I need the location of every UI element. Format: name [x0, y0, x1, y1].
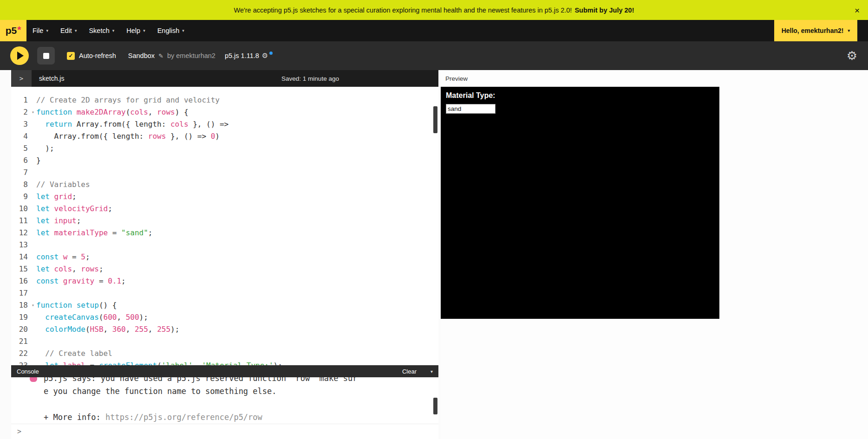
code-line[interactable]: 4 Array.from({ length: rows }, () => 0) — [11, 130, 438, 142]
code-line[interactable]: 9let grid; — [11, 191, 438, 203]
play-icon — [17, 52, 24, 60]
menu-file[interactable]: File▾ — [26, 20, 54, 41]
console-line: p5.js says: you have used a p5.js reserv… — [30, 377, 438, 385]
chevron-down-icon: ▾ — [143, 28, 145, 33]
logo-asterisk-icon: * — [17, 24, 21, 35]
menu-help[interactable]: Help▾ — [120, 20, 151, 41]
editor-scrollbar[interactable] — [433, 106, 437, 133]
user-greeting: Hello, emekturhan2! — [782, 27, 844, 34]
console-line — [30, 398, 438, 411]
code-line[interactable]: 16const gravity = 0.1; — [11, 275, 438, 287]
code-line[interactable]: 20 colorMode(HSB, 360, 255, 255); — [11, 323, 438, 336]
line-number: 2▾ — [11, 106, 36, 118]
stop-button[interactable] — [37, 47, 55, 65]
editor-panel: > sketch.js Saved: 1 minute ago 1// Crea… — [11, 70, 438, 439]
fold-arrow-icon[interactable]: ▾ — [32, 106, 34, 118]
code-text: function setup() { — [36, 299, 117, 311]
line-number: 11 — [11, 215, 36, 227]
banner-cta[interactable]: Submit by July 20! — [574, 6, 634, 14]
code-text: createCanvas(600, 500); — [36, 311, 148, 323]
console-text: p5.js says: you have used a p5.js reserv… — [44, 377, 358, 383]
console-clear-button[interactable]: Clear — [402, 368, 417, 375]
code-line[interactable]: 23 let label = createElement('label', 'M… — [11, 360, 438, 365]
banner-close-icon[interactable]: × — [855, 6, 860, 14]
project-name[interactable]: Sandbox — [128, 52, 155, 59]
fold-arrow-icon[interactable]: ▾ — [32, 299, 34, 311]
project-author[interactable]: by emekturhan2 — [167, 52, 215, 59]
material-type-input[interactable] — [446, 104, 496, 114]
code-text: let grid; — [36, 191, 77, 203]
line-number: 10 — [11, 203, 36, 215]
line-number: 6 — [11, 155, 36, 167]
code-editor[interactable]: 1// Create 2D arrays for grid and veloci… — [11, 87, 438, 365]
menu-edit[interactable]: Edit▾ — [54, 20, 83, 41]
material-type-label: Material Type: — [446, 91, 495, 100]
code-line[interactable]: 21 — [11, 336, 438, 348]
code-line[interactable]: 2▾function make2DArray(cols, rows) { — [11, 106, 438, 118]
settings-gear-icon[interactable]: ⚙ — [847, 50, 857, 62]
edit-name-pencil-icon[interactable]: ✎ — [158, 52, 163, 59]
code-line[interactable]: 14const w = 5; — [11, 251, 438, 263]
code-line[interactable]: 5 ); — [11, 142, 438, 155]
version-gear-icon[interactable]: ⚙ — [262, 52, 268, 60]
preview-panel: Preview Material Type: — [441, 70, 868, 439]
p5-canvas[interactable]: Material Type: — [441, 87, 719, 319]
console-link[interactable]: https://p5js.org/reference/p5/row — [105, 413, 262, 422]
line-number: 19 — [11, 311, 36, 323]
code-text: let materialType = "sand"; — [36, 227, 152, 239]
console-header: Console Clear ▾ — [11, 365, 438, 377]
line-number: 4 — [11, 130, 36, 142]
code-line[interactable]: 10let velocityGrid; — [11, 203, 438, 215]
p5-logo[interactable]: p5* — [0, 20, 26, 41]
auto-refresh-label: Auto-refresh — [79, 52, 116, 59]
p5-version: p5.js 1.11.8 ⚙ — [225, 52, 274, 60]
menu-sketch[interactable]: Sketch▾ — [83, 20, 120, 41]
menu-language[interactable]: English▾ — [151, 20, 190, 41]
console-text: e you change the function name to someth… — [44, 387, 277, 396]
auto-refresh-toggle[interactable]: ✓ Auto-refresh — [67, 52, 116, 60]
play-button[interactable] — [10, 46, 29, 65]
code-line[interactable]: 19 createCanvas(600, 500); — [11, 311, 438, 323]
line-number: 1 — [11, 94, 36, 106]
code-line[interactable]: 12let materialType = "sand"; — [11, 227, 438, 239]
editor-header: > sketch.js Saved: 1 minute ago — [11, 70, 438, 87]
code-line[interactable]: 6} — [11, 155, 438, 167]
code-line[interactable]: 1// Create 2D arrays for grid and veloci… — [11, 94, 438, 106]
line-number: 20 — [11, 323, 36, 336]
console-prompt[interactable]: > — [11, 424, 438, 439]
chevron-down-icon: ▾ — [46, 28, 48, 33]
code-line[interactable]: 17 — [11, 287, 438, 299]
code-text: let label = createElement('label', 'Mate… — [36, 360, 282, 365]
console-output[interactable]: p5.js says: you have used a p5.js reserv… — [11, 377, 438, 424]
prompt-icon: > — [17, 427, 21, 436]
console-lines: p5.js says: you have used a p5.js reserv… — [30, 377, 438, 424]
code-text: const gravity = 0.1; — [36, 275, 126, 287]
checkbox-checked-icon[interactable]: ✓ — [67, 52, 75, 60]
main-nav: p5* File▾ Edit▾ Sketch▾ Help▾ English▾ H… — [0, 20, 868, 41]
code-text: colorMode(HSB, 360, 255, 255); — [36, 323, 179, 336]
code-line[interactable]: 7 — [11, 167, 438, 179]
p5-version-label[interactable]: p5.js 1.11.8 — [225, 52, 259, 59]
code-text: // Create 2D arrays for grid and velocit… — [36, 94, 220, 106]
tab-sketch-js[interactable]: sketch.js — [32, 70, 72, 87]
code-text: const w = 5; — [36, 251, 90, 263]
code-line[interactable]: 8// Variables — [11, 179, 438, 191]
code-line[interactable]: 3 return Array.from({ length: cols }, ()… — [11, 118, 438, 130]
line-number: 9 — [11, 191, 36, 203]
project-info: Sandbox ✎ by emekturhan2 — [128, 52, 215, 59]
banner-text: We're accepting p5.js sketches for a spe… — [234, 6, 572, 14]
code-line[interactable]: 22 // Create label — [11, 348, 438, 360]
chevron-down-icon: ▾ — [75, 28, 77, 33]
user-menu[interactable]: Hello, emekturhan2! ▾ — [774, 20, 857, 41]
code-line[interactable]: 11let input; — [11, 215, 438, 227]
console-collapse-icon[interactable]: ▾ — [431, 369, 433, 374]
chevron-down-icon: ▾ — [182, 28, 184, 33]
sidebar-toggle-button[interactable]: > — [11, 70, 32, 87]
line-number: 7 — [11, 167, 36, 179]
code-line[interactable]: 13 — [11, 239, 438, 251]
console-scrollbar[interactable] — [433, 398, 437, 414]
code-text: } — [36, 155, 41, 167]
code-line[interactable]: 15let cols, rows; — [11, 263, 438, 275]
logo-text: p5 — [6, 25, 17, 36]
code-line[interactable]: 18▾function setup() { — [11, 299, 438, 311]
